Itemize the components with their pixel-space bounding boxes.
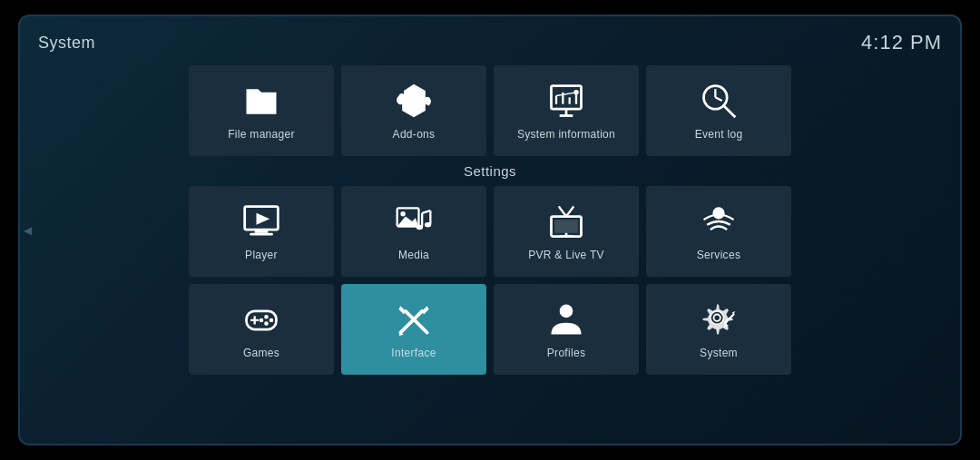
tile-system-information[interactable]: System information — [494, 65, 639, 156]
tile-label-add-ons: Add-ons — [393, 128, 436, 141]
tile-label-player: Player — [245, 249, 278, 261]
svg-line-44 — [406, 311, 427, 333]
svg-rect-31 — [554, 220, 578, 233]
svg-line-22 — [422, 210, 430, 213]
svg-rect-16 — [250, 233, 273, 236]
settings-section: Settings Player — [38, 163, 942, 375]
tile-label-media: Media — [398, 249, 429, 261]
svg-point-13 — [722, 104, 725, 107]
screen: ◀ System 4:12 PM File manager — [18, 15, 962, 445]
svg-marker-42 — [422, 306, 428, 314]
tile-label-interface: Interface — [391, 347, 436, 359]
services-icon — [699, 201, 739, 241]
addons-icon — [394, 81, 434, 121]
settings-row-2: Games Interface — [38, 284, 942, 375]
tile-add-ons[interactable]: Add-ons — [341, 65, 486, 156]
system-icon — [699, 299, 739, 339]
tile-label-services: Services — [697, 249, 740, 261]
tile-system[interactable]: System — [646, 284, 791, 375]
profiles-icon — [546, 299, 586, 339]
games-icon — [241, 299, 281, 339]
header-title: System — [38, 34, 95, 53]
svg-point-38 — [270, 318, 274, 323]
svg-point-24 — [416, 225, 423, 230]
tile-label-system-information: System information — [517, 128, 615, 141]
svg-point-25 — [425, 222, 431, 228]
player-icon — [241, 201, 281, 241]
svg-marker-45 — [399, 306, 406, 314]
svg-point-40 — [260, 318, 264, 323]
folder-icon — [241, 81, 281, 121]
settings-row-1: Player — [38, 186, 942, 277]
svg-marker-20 — [397, 217, 419, 227]
settings-label: Settings — [38, 163, 942, 179]
tile-label-profiles: Profiles — [547, 347, 585, 359]
svg-point-33 — [714, 208, 724, 218]
tile-file-manager[interactable]: File manager — [189, 65, 334, 156]
svg-line-41 — [400, 311, 422, 333]
top-row: File manager Add-ons — [38, 65, 942, 156]
tile-games[interactable]: Games — [189, 284, 334, 375]
svg-point-19 — [400, 211, 406, 217]
svg-line-12 — [724, 106, 736, 118]
svg-marker-52 — [732, 311, 736, 315]
pvr-icon — [546, 201, 586, 241]
svg-point-39 — [264, 321, 269, 326]
svg-marker-17 — [257, 213, 270, 225]
system-info-icon — [546, 81, 586, 121]
tile-media[interactable]: Media — [341, 186, 486, 277]
tile-label-system: System — [700, 347, 738, 359]
tile-label-games: Games — [243, 347, 279, 359]
interface-icon — [394, 299, 434, 339]
tile-event-log[interactable]: Event log — [646, 65, 791, 156]
tile-label-event-log: Event log — [695, 128, 743, 141]
tile-label-pvr-live-tv: PVR & Live TV — [528, 249, 604, 261]
header: System 4:12 PM — [38, 31, 942, 54]
svg-rect-15 — [255, 230, 269, 233]
tile-player[interactable]: Player — [189, 186, 334, 277]
svg-line-28 — [566, 207, 573, 217]
tile-label-file-manager: File manager — [228, 128, 295, 141]
media-icon — [394, 201, 434, 241]
svg-point-37 — [264, 315, 269, 319]
tile-interface[interactable]: Interface — [341, 284, 486, 375]
header-time: 4:12 PM — [861, 31, 942, 54]
svg-line-11 — [715, 97, 721, 101]
tile-pvr-live-tv[interactable]: PVR & Live TV — [494, 186, 639, 277]
svg-line-27 — [559, 207, 566, 217]
svg-line-8 — [556, 93, 576, 96]
side-arrow: ◀ — [24, 224, 32, 237]
tile-profiles[interactable]: Profiles — [494, 284, 639, 375]
svg-point-46 — [560, 305, 573, 318]
content: File manager Add-ons — [38, 65, 942, 429]
event-log-icon — [699, 81, 739, 121]
tile-services[interactable]: Services — [646, 186, 791, 277]
